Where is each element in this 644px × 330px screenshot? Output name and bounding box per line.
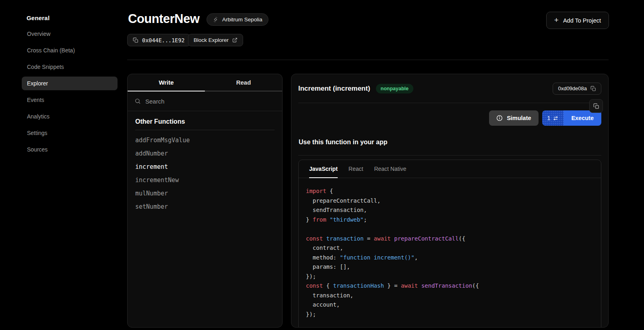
function-item-mulNumber[interactable]: mulNumber [135,189,275,198]
plus-icon: + [554,16,559,24]
function-detail-header: Increment (increment) nonpayable 0xd09de… [298,74,601,103]
add-to-project-label: Add To Project [563,17,601,24]
chain-icon [213,17,219,23]
sidebar-item-settings[interactable]: Settings [22,126,118,140]
function-group-title: Other Functions [135,118,275,130]
copy-icon [133,37,138,43]
tab-react-native[interactable]: React Native [374,160,406,178]
functions-panel: Write Read Other Functions addFromMsgVal… [127,74,283,328]
info-icon [496,115,503,121]
contract-address-label: 0x044E...1E92 [142,37,185,44]
sidebar-nav: Overview Cross Chain (Beta) Code Snippet… [22,27,127,156]
search-input[interactable] [145,98,275,105]
function-item-incrementNew[interactable]: incrementNew [135,176,275,185]
transaction-count: 1 [547,115,551,121]
block-explorer-label: Block Explorer [194,37,229,43]
function-list: addFromMsgValue addNumber increment incr… [128,130,282,211]
sidebar-heading: General [27,15,127,21]
page-title: CounterNew [128,12,200,26]
tab-write[interactable]: Write [128,74,205,91]
transaction-count-button[interactable]: 1 [542,110,564,126]
simulate-button[interactable]: Simulate [489,110,538,126]
function-selector-pill[interactable]: 0xd09de08a [553,83,601,95]
code-language-tabs: JavaScript React React Native [299,160,601,178]
network-badge[interactable]: Arbitrum Sepolia [206,13,268,26]
external-link-icon [232,37,237,43]
contract-address-button[interactable]: 0x044E...1E92 [127,34,190,46]
search-icon [134,98,141,104]
sidebar-item-cross-chain[interactable]: Cross Chain (Beta) [22,44,118,57]
sidebar-item-overview[interactable]: Overview [22,27,118,41]
function-item-setNumber[interactable]: setNumber [135,203,275,211]
function-selector-value: 0xd09de08a [558,85,587,91]
swap-arrows-icon [553,116,558,121]
add-to-project-button[interactable]: + Add To Project [546,12,609,29]
sidebar-item-analytics[interactable]: Analytics [22,110,118,123]
sidebar-item-code-snippets[interactable]: Code Snippets [22,60,118,74]
function-title: Increment (increment) [298,85,370,93]
sidebar: General Overview Cross Chain (Beta) Code… [0,0,127,330]
tab-javascript[interactable]: JavaScript [309,160,338,178]
copy-icon [593,103,599,109]
header-divider [127,60,609,60]
copy-code-button[interactable] [589,99,603,113]
function-detail-panel: Increment (increment) nonpayable 0xd09de… [291,74,609,328]
network-badge-label: Arbitrum Sepolia [222,17,262,23]
code-panel: JavaScript React React Native import { p… [298,160,601,328]
sidebar-item-explorer[interactable]: Explorer [22,77,118,90]
function-group: Other Functions [128,111,282,130]
sidebar-item-events[interactable]: Events [22,93,118,107]
code-block: import { prepareContractCall, sendTransa… [299,178,601,328]
usage-heading: Use this function in your app [299,139,387,146]
simulate-label: Simulate [507,115,531,121]
block-explorer-button[interactable]: Block Explorer [188,34,243,46]
usage-divider [298,155,601,156]
action-buttons: Simulate 1 Execute [489,110,601,126]
function-item-addNumber[interactable]: addNumber [135,149,275,158]
function-search-row [128,91,282,111]
sidebar-item-sources[interactable]: Sources [22,143,118,156]
copy-icon [590,86,596,91]
function-item-increment[interactable]: increment [135,163,275,171]
tab-react[interactable]: React [349,160,363,178]
tab-read[interactable]: Read [205,74,282,91]
function-item-addFromMsgValue[interactable]: addFromMsgValue [135,136,275,145]
function-type-tabs: Write Read [128,74,282,91]
state-mutability-badge: nonpayable [376,84,413,93]
